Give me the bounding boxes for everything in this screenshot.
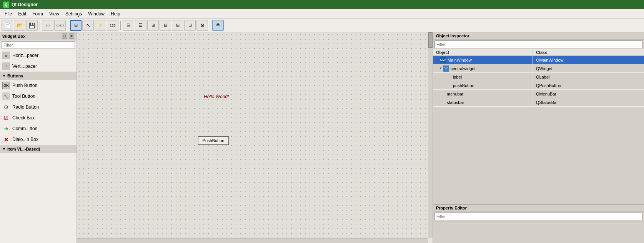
widget-box-controls: □ ✕ [62,34,74,39]
menu-view[interactable]: View [46,10,62,17]
object-inspector-header: Object Inspector [433,32,644,40]
copy-form2-button[interactable]: ▭▭ [54,20,66,31]
object-cell-pushbutton-class: QPushButton [533,82,644,89]
object-row-label[interactable]: label QLabel [433,73,644,81]
toolbar: 📄 📂 💾 ▭ ▭▭ ⊞ ↖ ⚡ 123 ⊟ ☰ ⊞ ⊟ ⊞ ⊡ ⊠ 👁 [0,18,644,32]
category-label: Item Vi...-Based) [7,147,40,151]
preview-button[interactable]: 👁 [212,20,224,31]
design-horizontal-scrollbar[interactable] [77,238,428,243]
menubar-icon [439,91,445,97]
menu-window[interactable]: Window [85,10,108,17]
menu-bar: File Edit Form View Settings Window Help [0,9,644,18]
check-box-icon: ☑ [2,114,10,122]
list-item[interactable]: ≡ Horiz...pacer [0,50,77,61]
buttons-category[interactable]: ▼ Buttons [0,72,77,80]
object-row-menubar[interactable]: menubar QMenuBar [433,90,644,98]
toolbar-separator-3 [120,21,121,30]
object-cell-menubar-name: menubar [433,90,533,98]
object-cell-statusbar-name: statusbar [433,99,533,106]
list-item[interactable]: ➜ Comm...tton [0,123,77,134]
arrow-button[interactable]: ↖ [82,20,94,31]
list-item[interactable]: OK Push Button [0,80,77,91]
tool-button-icon: 🔧 [2,92,10,100]
break-layout-button[interactable]: ⊡ [184,20,196,31]
object-row-centralwidget[interactable]: ▼ W centralwidget QWidget [433,64,644,73]
qt-logo-icon: Q [3,2,9,8]
mainwindow-icon: MW [440,57,446,63]
command-button-icon: ➜ [2,125,10,132]
list-item-label: Comm...tton [12,126,37,131]
widget-box-close-button[interactable]: ✕ [69,34,74,39]
object-row-statusbar[interactable]: statusbar QStatusBar [433,98,644,107]
pointer-button[interactable]: ⊞ [70,20,82,31]
design-canvas: Hello World! PushButton [77,32,428,238]
property-editor: Property Editor [433,204,644,243]
widget-box-header: Widget Box □ ✕ [0,32,77,40]
menu-edit[interactable]: Edit [15,10,29,17]
object-cell-mainwindow-class: QMainWindow [533,57,644,63]
label-icon [445,74,451,80]
list-item-label: Radio Button [12,104,39,110]
widget-filter-input[interactable] [2,41,75,49]
copy-form-button[interactable]: ▭ [42,20,53,31]
toolbar-separator-4 [210,21,210,30]
grid-layout-button[interactable]: ⊞ [147,20,159,31]
object-inspector-content: Object Class ▼ MW MainWindow QMainWindow… [433,49,644,204]
object-inspector-filter-container [433,40,644,49]
vert-layout-button[interactable]: ☰ [135,20,146,31]
object-row-pushbutton[interactable]: pushButton QPushButton [433,81,644,90]
object-inspector-columns: Object Class [433,49,644,56]
push-button-widget[interactable]: PushButton [198,136,229,145]
object-cell-label-name: label [433,73,533,81]
widget-box-float-button[interactable]: □ [62,34,67,39]
expand-arrow-mainwindow[interactable]: ▼ [436,58,439,62]
menu-help[interactable]: Help [108,10,123,17]
widget-box: Widget Box □ ✕ ≡ Horiz...pacer ⋮ Verti..… [0,32,77,243]
item-views-category[interactable]: ▼ Item Vi...-Based) [0,145,77,153]
right-panels: Object Inspector Object Class ▼ MW MainW… [433,32,644,243]
object-row-mainwindow[interactable]: ▼ MW MainWindow QMainWindow [433,56,644,64]
object-inspector: Object Inspector Object Class ▼ MW MainW… [433,32,644,204]
widget-list: ≡ Horiz...pacer ⋮ Verti...pacer ▼ Button… [0,50,77,243]
object-cell-statusbar-class: QStatusBar [533,99,644,106]
list-item-label: Push Button [12,83,37,88]
radio-button-icon: ⊙ [2,103,10,111]
object-col-header: Object [433,50,533,55]
design-vertical-scrollbar[interactable] [428,32,433,238]
design-area[interactable]: Hello World! PushButton [77,32,433,243]
adjust-size-button[interactable]: ⊠ [196,20,208,31]
connect-button[interactable]: ⚡ [95,20,106,31]
list-item[interactable]: ⋮ Verti...pacer [0,61,77,72]
expand-arrow-centralwidget[interactable]: ▼ [439,67,442,70]
list-item-label: Dialo...n Box [12,137,38,142]
list-item-label: Horiz...pacer [12,53,38,58]
hello-world-label: Hello World! [204,94,229,99]
object-cell-centralwidget-name: ▼ W centralwidget [433,65,533,72]
grid-layout2-button[interactable]: ⊞ [172,20,183,31]
mainwindow-label: MainWindow [448,58,472,62]
toolbar-separator-2 [68,21,68,30]
design-vertical-scrollbar-thumb[interactable] [428,32,433,48]
list-item[interactable]: ☑ Check Box [0,112,77,123]
list-item[interactable]: ✖ Dialo...n Box [0,134,77,145]
form-layout-button[interactable]: ⊟ [160,20,171,31]
tab-order-button[interactable]: 123 [107,20,118,31]
menu-file[interactable]: File [2,10,15,17]
list-item[interactable]: ⊙ Radio Button [0,102,77,112]
horiz-layout-button[interactable]: ⊟ [123,20,134,31]
title-text: Qt Designer [12,2,38,7]
open-button[interactable]: 📂 [14,20,25,31]
category-arrow: ▼ [2,147,6,151]
list-item[interactable]: 🔧 Tool Button [0,91,77,102]
save-button[interactable]: 💾 [26,20,38,31]
menubar-object-label: menubar [447,92,463,96]
statusbar-object-label: statusbar [447,100,464,105]
object-cell-label-class: QLabel [533,74,644,80]
statusbar-icon [439,99,445,106]
object-inspector-filter-input[interactable] [434,40,642,48]
category-label: Buttons [7,74,23,78]
menu-settings[interactable]: Settings [62,10,85,17]
property-editor-filter-input[interactable] [434,213,642,220]
new-button[interactable]: 📄 [2,20,13,31]
menu-form[interactable]: Form [29,10,46,17]
